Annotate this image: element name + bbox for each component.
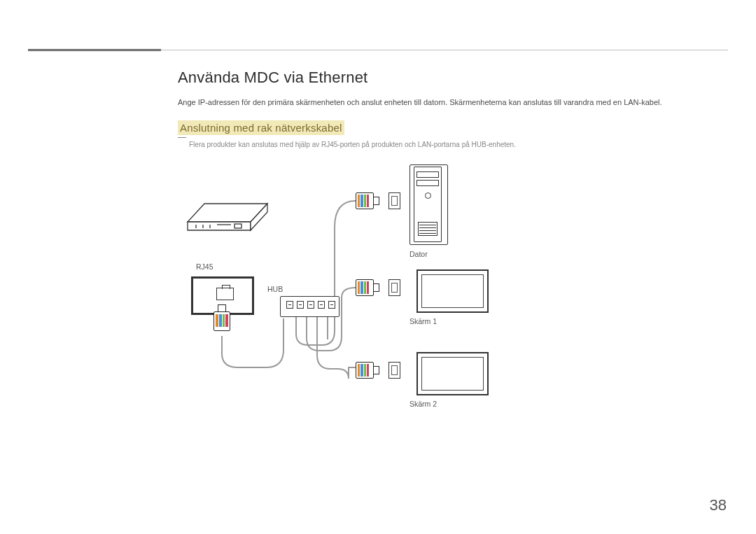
hub-port-icon (328, 301, 335, 309)
page-root: Använda MDC via Ethernet Ange IP-adresse… (0, 0, 756, 534)
network-device (182, 194, 273, 234)
intro-paragraph: Ange IP-adressen för den primära skärmen… (178, 97, 714, 108)
network-device-icon (182, 194, 273, 236)
page-number: 38 (710, 496, 727, 514)
label-screen2: Skärm 2 (410, 400, 437, 408)
subheading: Anslutning med rak nätverkskabel (178, 120, 344, 135)
label-rj45: RJ45 (196, 262, 214, 271)
rj45-port-icon (216, 288, 234, 300)
lan-port-icon (388, 279, 400, 296)
lan-port-icon (388, 192, 400, 209)
note-dash-icon (178, 137, 186, 138)
hub-port-icon (286, 301, 293, 309)
lan-port-icon (388, 362, 400, 379)
rj45-plug-icon (356, 191, 379, 211)
header-rule (28, 50, 728, 50)
label-hub: HUB (267, 285, 283, 293)
network-hub (280, 296, 340, 317)
hub-port-icon (297, 301, 304, 309)
label-screen1: Skärm 1 (410, 317, 437, 325)
hub-port-icon (318, 301, 325, 309)
svg-rect-7 (234, 224, 241, 228)
monitor-screen-1 (416, 269, 489, 313)
rj45-plug-icon (212, 304, 232, 332)
monitor-screen-2 (416, 352, 489, 395)
connection-diagram: RJ45 HUB (182, 157, 546, 423)
rj45-plug-icon (356, 278, 379, 298)
label-computer: Dator (410, 250, 428, 258)
section-title: Använda MDC via Ethernet (178, 69, 368, 87)
hub-port-icon (307, 301, 314, 309)
note-text: Flera produkter kan anslutas med hjälp a… (189, 140, 700, 150)
computer-tower (410, 164, 448, 245)
rj45-plug-icon (356, 360, 379, 381)
